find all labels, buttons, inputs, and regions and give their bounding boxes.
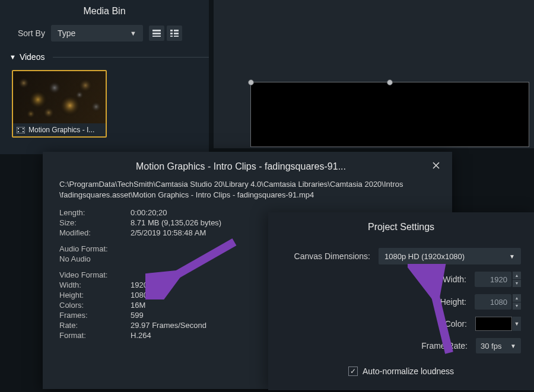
canvas-dimensions-select[interactable]: 1080p HD (1920x1080) ▼: [379, 248, 521, 264]
svg-rect-11: [18, 131, 19, 132]
view-buttons: [149, 26, 182, 41]
proj-width-spinner[interactable]: ▲▼: [513, 272, 521, 287]
canvas-dimensions-label: Canvas Dimensions:: [268, 251, 379, 261]
svg-rect-9: [17, 127, 25, 133]
proj-rate-value: 30 fps: [481, 342, 501, 350]
format-label: Format:: [59, 331, 131, 340]
proj-color-swatch[interactable]: [475, 317, 512, 331]
rate-label: Rate:: [59, 321, 131, 330]
videos-label: Videos: [20, 52, 45, 62]
close-button[interactable]: [430, 160, 443, 173]
view-list-button[interactable]: [167, 26, 182, 41]
thumbnail-caption: Motion Graphics - I...: [13, 123, 106, 136]
svg-rect-5: [170, 33, 173, 34]
clip-info-title: Motion Graphics - Intro Clips - fadingsq…: [52, 161, 430, 172]
grid-icon: [152, 30, 161, 37]
auto-normalize-checkbox[interactable]: ✓: [348, 366, 358, 376]
list-icon: [170, 30, 179, 37]
audio-format-value: No Audio: [59, 254, 131, 263]
svg-rect-12: [23, 128, 24, 129]
video-format-label: Video Format:: [59, 270, 131, 279]
height-label: Height:: [59, 291, 131, 299]
videos-section-header[interactable]: ▼ Videos: [0, 50, 209, 64]
preview-area: [214, 0, 534, 148]
chevron-down-icon: ▼: [130, 30, 136, 37]
auto-normalize-row: ✓ Auto-normalize loudness: [268, 357, 534, 376]
proj-height-input[interactable]: [475, 294, 511, 310]
disclosure-triangle-icon: ▼: [9, 53, 16, 60]
svg-rect-1: [152, 33, 161, 34]
view-grid-button[interactable]: [149, 26, 164, 41]
proj-color-chevron[interactable]: ▼: [513, 317, 521, 331]
sort-by-select[interactable]: Type ▼: [51, 25, 143, 42]
svg-rect-3: [170, 30, 173, 31]
proj-width-label: Width:: [268, 275, 475, 284]
resize-handle-top-left[interactable]: [248, 79, 254, 85]
proj-rate-label: Frame Rate:: [268, 341, 476, 350]
colors-label: Colors:: [59, 301, 131, 310]
sort-by-value: Type: [58, 28, 75, 38]
svg-rect-13: [23, 131, 24, 132]
svg-rect-8: [174, 36, 179, 37]
svg-rect-6: [174, 33, 179, 34]
thumbnail-caption-text: Motion Graphics - I...: [28, 126, 94, 134]
project-settings-title: Project Settings: [268, 212, 534, 244]
canvas-frame[interactable]: [250, 82, 529, 147]
clip-icon: [17, 127, 25, 133]
close-icon: [432, 161, 440, 170]
proj-rate-select[interactable]: 30 fps ▼: [476, 338, 521, 353]
svg-rect-0: [152, 30, 161, 31]
canvas-dimensions-value: 1080p HD (1920x1080): [384, 252, 465, 261]
svg-rect-10: [18, 128, 19, 129]
sort-by-label: Sort By: [18, 28, 45, 38]
svg-rect-7: [170, 36, 173, 37]
proj-width-input[interactable]: [475, 272, 511, 287]
svg-rect-2: [152, 36, 161, 37]
proj-color-label: Color:: [268, 319, 475, 329]
sort-row: Sort By Type ▼: [0, 25, 209, 50]
resize-handle-top-middle[interactable]: [387, 79, 393, 85]
section-rule: [53, 57, 209, 58]
chevron-down-icon: ▼: [510, 343, 516, 349]
chevron-down-icon: ▼: [509, 253, 515, 260]
modified-label: Modified:: [59, 228, 131, 237]
media-bin-title: Media Bin: [0, 0, 209, 25]
thumbnail-image: [13, 71, 106, 123]
svg-rect-4: [174, 30, 179, 31]
length-label: Length:: [59, 208, 131, 217]
size-label: Size:: [59, 218, 131, 227]
frames-label: Frames:: [59, 311, 131, 320]
auto-normalize-label: Auto-normalize loudness: [363, 366, 454, 376]
project-settings-panel: Project Settings Canvas Dimensions: 1080…: [268, 212, 534, 390]
clip-path: C:\ProgramData\TechSmith\Camtasia Studio…: [59, 179, 441, 200]
proj-height-label: Height:: [268, 297, 475, 307]
audio-format-label: Audio Format:: [59, 244, 131, 253]
media-bin-panel: Media Bin Sort By Type ▼ ▼ Videos Motion…: [0, 0, 209, 154]
width-label: Width:: [59, 281, 131, 289]
media-thumbnail[interactable]: Motion Graphics - I...: [12, 70, 107, 138]
proj-height-spinner[interactable]: ▲▼: [513, 294, 521, 310]
